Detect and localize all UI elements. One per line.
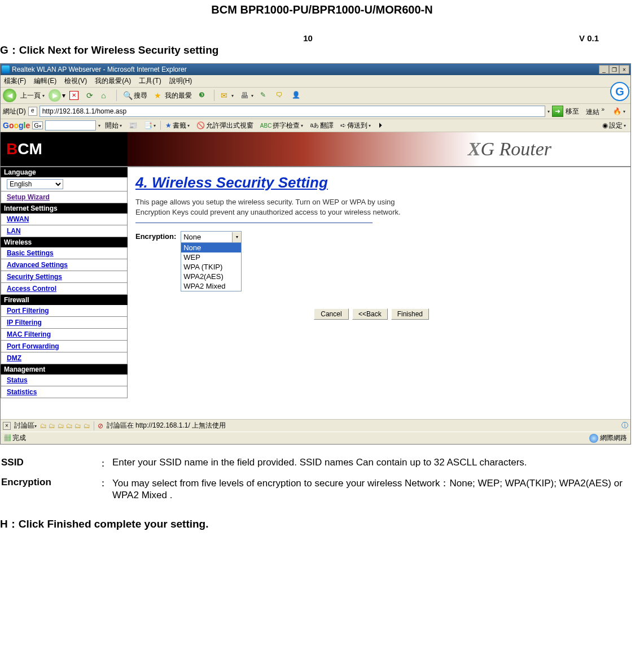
- toolbar-separator: [160, 121, 161, 130]
- search-button[interactable]: 🔍搜尋: [120, 89, 150, 102]
- toolbar-separator: [116, 90, 117, 101]
- google-sendto-button[interactable]: ➪傳送到▾: [338, 121, 373, 130]
- google-start-button[interactable]: 開始 ▾: [103, 121, 124, 130]
- google-translate-button[interactable]: aあ翻譯: [308, 121, 336, 130]
- encryption-option[interactable]: WPA2(AES): [181, 272, 241, 281]
- encryption-select[interactable]: None ▾ None WEP WPA (TKIP) WPA2(AES) WPA…: [181, 231, 242, 291]
- encryption-selected-value: None: [183, 233, 201, 241]
- sidebar-item-setup-wizard[interactable]: Setup Wizard: [1, 191, 128, 203]
- sidebar-item-basic[interactable]: Basic Settings: [1, 247, 128, 259]
- discuss-close-icon[interactable]: ×: [3, 422, 11, 430]
- google-spellcheck-button[interactable]: ABC拼字檢查▾: [258, 121, 306, 130]
- google-logo[interactable]: Google: [3, 121, 30, 130]
- def-value-ssid: Enter your SSID name in the field provid…: [112, 456, 643, 474]
- panel-divider: [135, 223, 373, 223]
- sidebar-item-security[interactable]: Security Settings: [1, 271, 128, 283]
- def-term-encryption: Encryption: [1, 476, 97, 506]
- discuss-icons[interactable]: 🗂 🗂 🗂 🗂 🗂 🗂: [40, 422, 90, 430]
- back-label[interactable]: 上一頁 ▾: [17, 89, 47, 102]
- edit-button[interactable]: ✎: [257, 89, 272, 102]
- menu-edit[interactable]: 編輯(E): [34, 76, 56, 86]
- go-button[interactable]: ➜: [552, 106, 563, 117]
- google-news-icon[interactable]: 📰: [126, 121, 139, 129]
- favorites-button[interactable]: ★我的最愛: [151, 89, 195, 102]
- sidebar-head-language: Language: [1, 167, 128, 177]
- sidebar-item-dmz[interactable]: DMZ: [1, 352, 128, 364]
- discuss-blocked-icon: ⊘: [98, 422, 103, 430]
- google-blog-button[interactable]: 📑▾: [142, 121, 158, 129]
- close-button[interactable]: ×: [619, 65, 629, 74]
- history-button[interactable]: ❸: [196, 89, 211, 102]
- discuss-label[interactable]: 討論區▾: [14, 421, 37, 430]
- encryption-option[interactable]: WPA2 Mixed: [181, 281, 241, 291]
- menu-bar: 檔案(F) 編輯(E) 檢視(V) 我的最愛(A) 工具(T) 說明(H): [1, 75, 630, 88]
- home-button[interactable]: ⌂: [98, 89, 113, 102]
- back-button[interactable]: ◀: [3, 89, 16, 102]
- menu-view[interactable]: 檢視(V): [64, 76, 87, 86]
- minimize-button[interactable]: _: [599, 65, 609, 74]
- forward-menu-icon[interactable]: ▾: [62, 92, 65, 99]
- messenger-button[interactable]: 👤: [289, 89, 304, 102]
- finished-button[interactable]: Finished: [391, 308, 429, 320]
- google-search-dropdown-icon[interactable]: ▾: [98, 123, 100, 128]
- google-brand-dropdown[interactable]: G▾: [32, 121, 43, 129]
- discuss-button[interactable]: 🗨: [273, 89, 288, 102]
- sidebar-item-portfilter[interactable]: Port Filtering: [1, 305, 128, 317]
- menu-tools[interactable]: 工具(T): [139, 76, 161, 86]
- sidebar-item-lan[interactable]: LAN: [1, 225, 128, 237]
- refresh-button[interactable]: ⟳: [82, 89, 97, 102]
- google-popup-button[interactable]: 🚫允許彈出式視窗: [194, 121, 256, 130]
- forward-button[interactable]: ▶: [49, 89, 61, 102]
- toolbar-separator: [94, 421, 94, 430]
- encryption-option[interactable]: None: [181, 243, 241, 252]
- google-badge-icon[interactable]: G: [610, 82, 629, 101]
- menu-favorites[interactable]: 我的最愛(A): [95, 76, 131, 86]
- sidebar-item-status[interactable]: Status: [1, 374, 128, 386]
- nav-toolbar: ◀ 上一頁 ▾ ▶ ▾ ✕ ⟳ ⌂ 🔍搜尋 ★我的最愛 ❸ ✉▾ 🖶▾ ✎ 🗨 …: [1, 88, 630, 104]
- menu-file[interactable]: 檔案(F): [4, 76, 26, 86]
- sidebar-head-firewall: Firewall: [1, 295, 128, 305]
- sidebar-item-advanced[interactable]: Advanced Settings: [1, 259, 128, 271]
- def-colon: ：: [98, 456, 111, 474]
- google-bookmarks-button[interactable]: ★書籤▾: [163, 121, 192, 130]
- ie-window: Realtek WLAN AP Webserver - Microsoft In…: [0, 63, 631, 445]
- sidebar-item-portfwd[interactable]: Port Forwarding: [1, 341, 128, 352]
- google-search-input[interactable]: [45, 120, 96, 130]
- restore-button[interactable]: ❐: [609, 65, 619, 74]
- router-banner: BCM XG Router: [1, 132, 630, 166]
- back-step-button[interactable]: <<Back: [352, 308, 388, 320]
- sidebar-item-access[interactable]: Access Control: [1, 283, 128, 295]
- discuss-bar: × 討論區▾ 🗂 🗂 🗂 🗂 🗂 🗂 ⊘ 討論區在 http://192.168…: [1, 419, 630, 432]
- sidebar-item-macfilter[interactable]: MAC Filtering: [1, 329, 128, 341]
- cancel-button[interactable]: Cancel: [314, 308, 349, 320]
- dropdown-arrow-icon[interactable]: ▾: [232, 232, 241, 242]
- sidebar-item-ipfilter[interactable]: IP Filtering: [1, 317, 128, 329]
- address-input[interactable]: [40, 106, 545, 117]
- sidebar-item-wwan[interactable]: WWAN: [1, 214, 128, 225]
- google-more-button[interactable]: 🞂: [375, 121, 387, 129]
- google-toolbar: Google G▾ ▾ 開始 ▾ 📰 📑▾ ★書籤▾ 🚫允許彈出式視窗 ABC拼…: [1, 119, 630, 132]
- main-panel: 4. Wireless Security Setting This page a…: [128, 167, 630, 419]
- menu-help[interactable]: 說明(H): [169, 76, 192, 86]
- ie-icon: [2, 66, 10, 73]
- encryption-option[interactable]: WEP: [181, 252, 241, 262]
- discuss-help-icon[interactable]: ⓘ: [621, 421, 628, 430]
- print-button[interactable]: 🖶▾: [238, 89, 256, 102]
- toolbar-separator: [214, 90, 214, 101]
- stop-button[interactable]: ✕: [67, 89, 81, 102]
- internet-zone-icon: [589, 434, 598, 443]
- sidebar-nav: Language English Setup Wizard Internet S…: [1, 167, 128, 419]
- mail-button[interactable]: ✉▾: [218, 89, 236, 102]
- addon-button[interactable]: 🔥▾: [610, 105, 628, 117]
- google-settings-button[interactable]: ◉設定▾: [600, 121, 628, 130]
- page-icon: e: [28, 107, 37, 116]
- encryption-option[interactable]: WPA (TKIP): [181, 262, 241, 272]
- language-select[interactable]: English: [7, 179, 63, 189]
- links-label[interactable]: 連結 »: [586, 106, 604, 117]
- definitions-table: SSID ： Enter your SSID name in the field…: [0, 455, 644, 507]
- panel-description: This page allows you setup the wireless …: [135, 197, 401, 217]
- address-dropdown-icon[interactable]: ▾: [547, 109, 550, 114]
- panel-title: 4. Wireless Security Setting: [135, 174, 623, 191]
- encryption-label: Encryption:: [135, 231, 176, 241]
- sidebar-item-statistics[interactable]: Statistics: [1, 386, 128, 398]
